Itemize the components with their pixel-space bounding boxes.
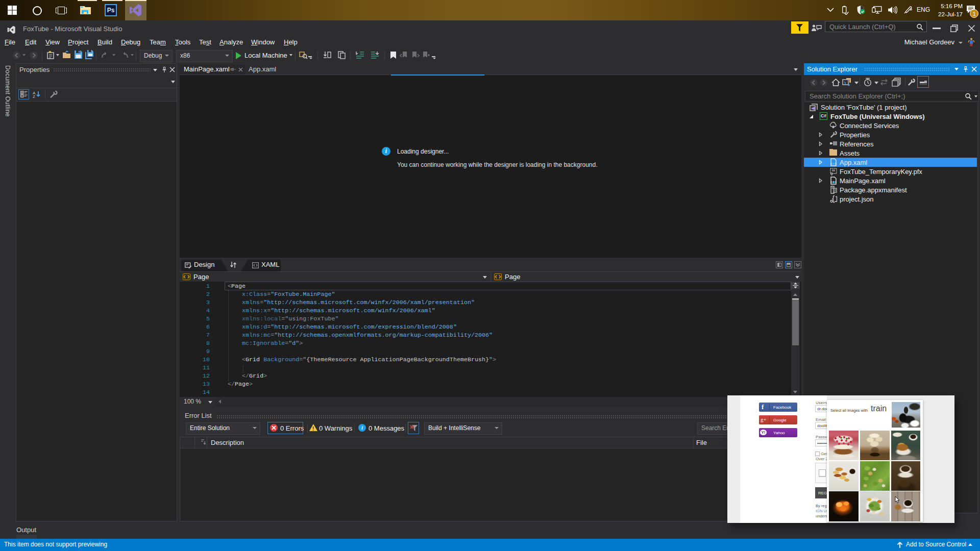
svg-text:Z: Z — [33, 94, 35, 98]
